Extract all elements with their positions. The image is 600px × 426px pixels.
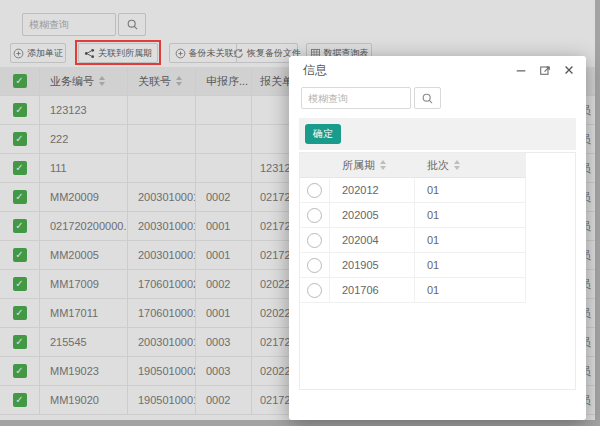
dialog-action-panel: 确定 — [299, 118, 576, 150]
dialog-header: 信息 — [289, 56, 586, 84]
radio-button[interactable] — [307, 283, 322, 298]
cell-batch: 01 — [415, 178, 525, 202]
header-label: 批次 — [427, 158, 449, 173]
radio-button[interactable] — [307, 183, 322, 198]
radio-button[interactable] — [307, 233, 322, 248]
screenshot-stage: 添加单证关联到所属期备份未关联业务恢复备份文件数据查询表 ✓业务编号关联号申报序… — [0, 0, 600, 426]
radio-button[interactable] — [307, 208, 322, 223]
sort-icon[interactable] — [380, 160, 386, 170]
info-dialog: 信息 确定 所属期批次 — [289, 56, 586, 420]
radio-button[interactable] — [307, 258, 322, 273]
cell-period: 201905 — [330, 253, 415, 277]
header-cell: 所属期 — [330, 153, 415, 177]
cell-batch: 01 — [415, 228, 525, 252]
header-cell: 批次 — [415, 153, 525, 177]
cell-batch: 01 — [415, 203, 525, 227]
header-label: 所属期 — [342, 158, 375, 173]
dialog-table-row[interactable]: 20170601 — [300, 278, 526, 303]
dialog-table-row[interactable]: 20200401 — [300, 228, 526, 253]
period-table: 所属期批次20201201202005012020040120190501201… — [299, 152, 576, 390]
dialog-search-input[interactable] — [301, 87, 411, 109]
search-icon — [421, 92, 434, 105]
confirm-button[interactable]: 确定 — [305, 124, 341, 144]
cell-radio — [300, 253, 330, 277]
dialog-table-row[interactable]: 20190501 — [300, 253, 526, 278]
cell-period: 202005 — [330, 203, 415, 227]
dialog-table-header-row: 所属期批次 — [300, 153, 526, 178]
maximize-icon[interactable] — [538, 63, 552, 77]
cell-period: 202004 — [330, 228, 415, 252]
header-cell-radio — [300, 153, 330, 177]
dialog-search-button[interactable] — [414, 87, 441, 109]
close-icon[interactable] — [562, 63, 576, 77]
cell-batch: 01 — [415, 253, 525, 277]
cell-radio — [300, 228, 330, 252]
sort-icon[interactable] — [454, 160, 460, 170]
cell-radio — [300, 203, 330, 227]
cell-period: 201706 — [330, 278, 415, 302]
cell-period: 202012 — [330, 178, 415, 202]
dialog-title: 信息 — [303, 62, 514, 79]
dialog-table-row[interactable]: 20201201 — [300, 178, 526, 203]
minimize-icon[interactable] — [514, 63, 528, 77]
cell-radio — [300, 178, 330, 202]
cell-batch: 01 — [415, 278, 525, 302]
dialog-table-row[interactable]: 20200501 — [300, 203, 526, 228]
cell-radio — [300, 278, 330, 302]
window-controls — [514, 63, 576, 77]
dialog-search-bar — [301, 87, 441, 109]
